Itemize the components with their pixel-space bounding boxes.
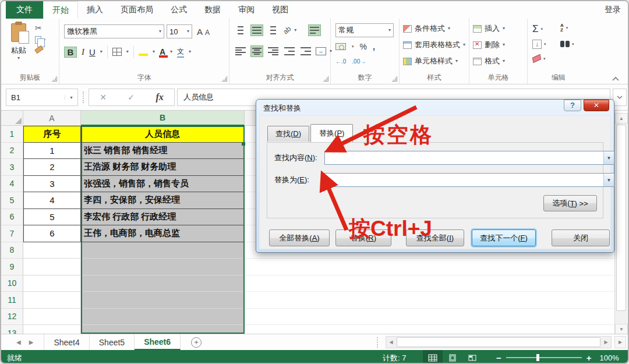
row-header-9[interactable]: 9	[1, 259, 23, 275]
replace-button[interactable]: 替换(R)	[335, 229, 391, 246]
ribbon-tab-2[interactable]: 开始	[43, 1, 78, 19]
zoom-in-button[interactable]: +	[586, 353, 592, 363]
zoom-slider-thumb[interactable]	[536, 354, 539, 361]
cell-b10[interactable]	[81, 275, 245, 292]
cell-a13[interactable]	[23, 325, 81, 334]
new-sheet-button[interactable]: +	[191, 334, 202, 350]
scroll-left-button[interactable]: ◀	[386, 337, 396, 348]
ribbon-tab-8[interactable]: 视图	[263, 1, 297, 19]
align-middle-button[interactable]	[250, 24, 263, 36]
grow-font-button[interactable]: A	[197, 27, 205, 37]
cell-a10[interactable]	[23, 275, 81, 292]
number-dialog-launcher[interactable]	[392, 76, 397, 82]
ribbon-tab-5[interactable]: 公式	[162, 1, 196, 19]
row-header-4[interactable]: 4	[1, 176, 23, 193]
cell-b9[interactable]	[81, 259, 245, 275]
formula-bar-handle[interactable]	[83, 91, 84, 103]
options-button[interactable]: 选项(T) >>	[543, 195, 597, 211]
insert-cells-button[interactable]: 插入▾	[473, 23, 505, 34]
find-all-button[interactable]: 查找全部(I)	[406, 229, 464, 246]
align-right-button[interactable]	[267, 45, 280, 57]
comma-button[interactable]: ,	[373, 42, 375, 51]
vertical-scroll-thumb[interactable]	[616, 125, 626, 311]
font-size-select[interactable]: 10▾	[167, 24, 192, 38]
replace-with-input[interactable]: ▼	[324, 173, 614, 187]
cell-a4[interactable]: 3	[23, 176, 81, 193]
cell-a3[interactable]: 2	[23, 159, 81, 176]
prev-sheet-button[interactable]: ◀	[16, 339, 21, 345]
font-color-button[interactable]: A	[160, 48, 165, 55]
borders-button[interactable]	[112, 48, 122, 56]
next-sheet-button[interactable]: ▶	[29, 339, 34, 345]
horizontal-scroll-thumb[interactable]	[397, 337, 600, 347]
page-layout-view-button[interactable]	[443, 350, 462, 364]
fill-color-button[interactable]	[139, 48, 148, 56]
format-cells-button[interactable]: 格式▾	[473, 56, 505, 66]
name-box[interactable]: B1 ▾	[6, 89, 78, 106]
sort-filter-button[interactable]: AZ▾	[560, 23, 568, 33]
conditional-formatting-button[interactable]: 条件格式▾	[403, 23, 450, 34]
scroll-right-edge-button[interactable]: ▶	[614, 336, 626, 348]
decrease-decimal-button[interactable]: .00→	[352, 58, 366, 65]
italic-button[interactable]: I	[82, 47, 84, 57]
font-name-select[interactable]: 微软雅黑▾	[64, 24, 164, 38]
page-break-view-button[interactable]	[462, 350, 482, 364]
cell-b1[interactable]: 人员信息	[81, 126, 245, 143]
underline-button[interactable]: U	[89, 47, 96, 57]
cell-b6[interactable]: 李宏伟 行政部 行政经理	[81, 209, 245, 226]
ribbon-tab-1[interactable]: 文件	[6, 1, 43, 19]
ribbon-tab-6[interactable]: 数据	[196, 1, 229, 19]
cell-a2[interactable]: 1	[23, 143, 81, 160]
align-top-button[interactable]	[234, 24, 247, 36]
dialog-close-button[interactable]: ✕	[584, 100, 609, 111]
copy-button[interactable]: ▾	[35, 36, 57, 44]
row-header-10[interactable]: 10	[1, 275, 23, 292]
cell-a12[interactable]	[23, 309, 81, 326]
cancel-entry-icon[interactable]: ✕	[100, 93, 107, 102]
wrap-text-button[interactable]	[308, 24, 321, 36]
row-header-2[interactable]: 2	[1, 143, 23, 160]
row-header-13[interactable]: 13	[1, 325, 23, 334]
ribbon-tab-3[interactable]: 插入	[78, 1, 112, 19]
cell-styles-button[interactable]: 单元格样式▾	[403, 56, 458, 66]
delete-cells-button[interactable]: 删除▾	[473, 40, 505, 50]
row-header-3[interactable]: 3	[1, 159, 23, 176]
cell-b12[interactable]	[81, 309, 245, 326]
dialog-help-button[interactable]: ?	[564, 100, 581, 111]
row-header-12[interactable]: 12	[1, 309, 23, 326]
align-center-button[interactable]	[250, 45, 263, 57]
orientation-button[interactable]: ab	[281, 24, 292, 36]
ribbon-tab-4[interactable]: 页面布局	[112, 1, 162, 19]
format-painter-button[interactable]	[35, 47, 57, 52]
vertical-scrollbar[interactable]: ▲ ▼	[614, 113, 627, 334]
cell-b11[interactable]	[81, 292, 245, 309]
cell-a5[interactable]: 4	[23, 192, 81, 209]
scroll-up-button[interactable]: ▲	[615, 113, 628, 123]
alignment-dialog-launcher[interactable]	[323, 76, 328, 82]
increase-indent-button[interactable]	[299, 45, 312, 57]
row-header-1[interactable]: 1	[1, 126, 23, 143]
cell-b5[interactable]: 李四，安保部，安保经理	[81, 192, 245, 209]
find-select-button[interactable]: ▾	[560, 41, 574, 47]
find-next-button[interactable]: 查找下一个(F)	[472, 229, 536, 246]
align-bottom-button[interactable]	[267, 24, 280, 36]
horizontal-scrollbar[interactable]: ◀ ▶	[386, 336, 612, 348]
cell-a1[interactable]: 序号	[23, 126, 81, 143]
row-header-11[interactable]: 11	[1, 292, 23, 309]
replace-all-button[interactable]: 全部替换(A)	[269, 229, 330, 246]
sheet-tab-sheet6[interactable]: Sheet6	[135, 334, 181, 350]
row-header-5[interactable]: 5	[1, 192, 23, 209]
align-left-button[interactable]	[234, 45, 247, 57]
decrease-indent-button[interactable]	[283, 45, 296, 57]
scroll-down-button[interactable]: ▼	[615, 324, 628, 334]
cell-a9[interactable]	[23, 259, 81, 275]
sign-in[interactable]: 登录	[605, 1, 621, 19]
shrink-font-button[interactable]: A	[205, 29, 212, 37]
paste-button[interactable]: 粘贴 ▾	[6, 23, 31, 68]
cell-b8[interactable]	[81, 242, 245, 259]
row-header-7[interactable]: 7	[1, 225, 23, 242]
cell-b2[interactable]: 张三 销售部 销售经理	[81, 143, 245, 160]
percent-button[interactable]: %	[360, 42, 367, 51]
cell-a6[interactable]: 5	[23, 209, 81, 226]
format-as-table-button[interactable]: 套用表格格式▾	[403, 40, 465, 50]
